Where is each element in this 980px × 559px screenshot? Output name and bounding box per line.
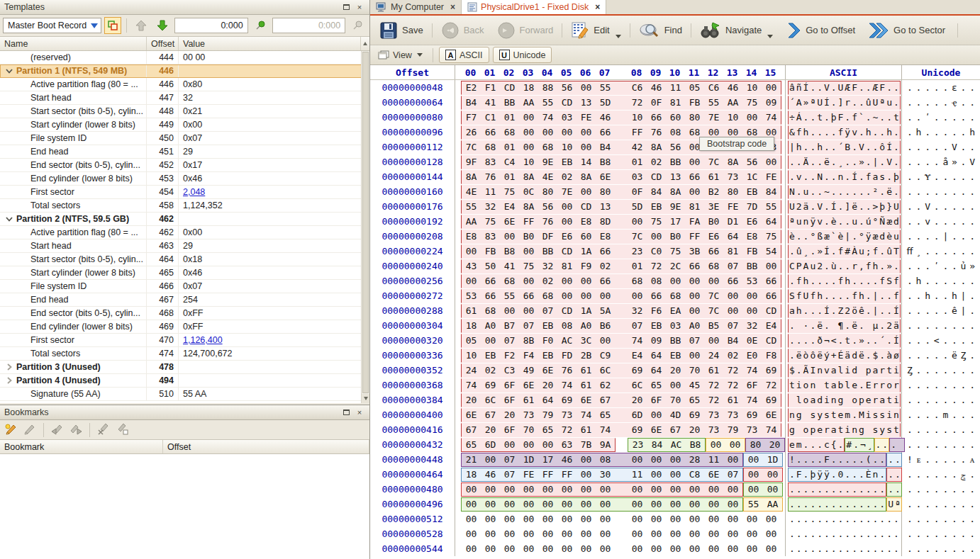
ascii-char[interactable]: 2 <box>796 201 803 212</box>
ascii-char[interactable]: . <box>837 261 845 271</box>
ascii-char[interactable]: n <box>789 410 796 420</box>
unicode-char[interactable]: . <box>932 276 941 286</box>
hex-byte[interactable]: 18 <box>462 320 481 331</box>
ascii-char[interactable]: Ä <box>803 157 810 167</box>
ascii-char[interactable]: 2 <box>844 305 851 316</box>
unicode-char[interactable]: . <box>941 261 950 271</box>
ascii-char[interactable]: . <box>872 127 879 137</box>
hex-byte[interactable]: 68 <box>685 127 704 137</box>
ascii-char[interactable]: A <box>796 97 803 108</box>
unicode-char[interactable]: . <box>923 454 932 465</box>
ascii-char[interactable]: i <box>823 395 830 405</box>
unicode-char[interactable]: . <box>914 231 923 242</box>
hex-byte[interactable]: 64 <box>762 216 781 227</box>
ascii-char[interactable]: U <box>837 82 845 93</box>
ascii-char[interactable]: . <box>865 350 872 361</box>
hex-byte[interactable]: 76 <box>557 365 577 376</box>
ascii-char[interactable]: . <box>796 157 803 167</box>
hex-byte[interactable]: 53 <box>462 290 481 301</box>
unicode-char[interactable]: . <box>923 320 932 331</box>
unicode-char[interactable]: . <box>941 529 950 539</box>
ascii-char[interactable]: u <box>796 216 803 227</box>
hex-byte[interactable]: C6 <box>704 82 723 93</box>
ascii-char[interactable]: . <box>858 320 865 331</box>
hex-byte[interactable]: 72 <box>723 380 742 390</box>
hex-byte[interactable]: 75 <box>519 261 538 271</box>
ascii-char[interactable]: f <box>865 261 872 271</box>
hex-byte[interactable]: 64 <box>647 365 666 376</box>
ascii-char[interactable]: r <box>844 97 851 108</box>
unicode-char[interactable]: . <box>923 410 932 420</box>
ascii-char[interactable]: . <box>816 439 823 450</box>
hex-byte[interactable]: F9 <box>577 261 596 271</box>
ascii-char[interactable]: > <box>872 201 879 212</box>
ascii-char[interactable]: u <box>858 246 865 256</box>
ascii-char[interactable]: . <box>886 335 893 346</box>
unicode-char[interactable]: . <box>968 395 977 405</box>
ascii-char[interactable]: h <box>803 127 810 137</box>
ascii-char[interactable]: ¶ <box>837 320 845 331</box>
ascii-char[interactable]: N <box>789 186 796 197</box>
hex-byte[interactable]: 01 <box>500 112 519 123</box>
ascii-char[interactable]: t <box>886 395 893 405</box>
hex-byte[interactable]: 66 <box>519 290 538 301</box>
hex-byte[interactable]: 00 <box>685 529 704 539</box>
ascii-char[interactable]: . <box>837 543 845 554</box>
ascii-char[interactable]: . <box>893 97 900 108</box>
unicode-char[interactable]: . <box>968 142 977 152</box>
hex-byte[interactable]: 10 <box>723 112 742 123</box>
ascii-char[interactable]: a <box>872 171 879 182</box>
hex-byte[interactable]: 00 <box>666 543 685 554</box>
unicode-char[interactable]: . <box>906 514 915 524</box>
unicode-char[interactable]: . <box>959 514 968 524</box>
hex-byte[interactable]: 73 <box>704 410 723 420</box>
hex-byte[interactable]: 46 <box>647 82 666 93</box>
ascii-char[interactable]: n <box>872 469 879 480</box>
hex-byte[interactable]: E2 <box>462 82 481 93</box>
unicode-char[interactable]: . <box>959 439 968 450</box>
tab-physicaldrive1[interactable]: PhysicalDrive1 - Fixed Disk × <box>461 0 606 14</box>
ascii-char[interactable]: ¸ <box>803 246 810 256</box>
ascii-char[interactable]: . <box>872 142 879 152</box>
unicode-char[interactable]: . <box>906 484 915 495</box>
ascii-char[interactable]: . <box>803 543 810 554</box>
ascii-char[interactable]: . <box>844 186 851 197</box>
unicode-char[interactable]: . <box>941 469 950 480</box>
hex-byte[interactable]: 00 <box>685 276 704 286</box>
ascii-char[interactable]: à <box>886 350 893 361</box>
hex-byte[interactable]: 02 <box>557 171 577 182</box>
hex-byte[interactable]: 07 <box>685 335 704 346</box>
ascii-char[interactable]: . <box>844 171 851 182</box>
hex-byte[interactable]: 00 <box>557 290 577 301</box>
hex-byte[interactable]: 60 <box>666 112 685 123</box>
unicode-char[interactable]: . <box>959 231 968 242</box>
ascii-char[interactable]: . <box>796 231 803 242</box>
hex-byte[interactable]: AC <box>667 439 686 450</box>
hex-byte[interactable]: E8 <box>742 231 762 242</box>
ascii-char[interactable]: ° <box>809 231 816 242</box>
ascii-char[interactable]: â <box>789 82 796 93</box>
unicode-char[interactable]: . <box>959 529 968 539</box>
hex-byte[interactable]: 7B <box>577 439 596 450</box>
hex-byte[interactable]: 00 <box>685 484 704 495</box>
hex-byte[interactable]: 46 <box>557 454 577 465</box>
hex-byte[interactable]: 00 <box>704 276 723 286</box>
hex-byte[interactable]: B8 <box>596 157 615 167</box>
hex-byte[interactable]: FE <box>762 171 781 182</box>
hex-byte[interactable]: 80 <box>685 112 704 123</box>
ascii-char[interactable]: h <box>816 290 823 301</box>
hex-byte[interactable]: 00 <box>557 276 577 286</box>
ascii-char[interactable]: . <box>809 82 816 93</box>
ascii-char[interactable]: è <box>837 231 845 242</box>
hex-byte[interactable]: B8 <box>686 439 705 450</box>
hex-row[interactable]: 000000002886168000007CD1A5A32F6EA007C000… <box>370 303 980 318</box>
unicode-char[interactable]: ʹ <box>932 261 941 271</box>
ascii-char[interactable]: ë <box>796 350 803 361</box>
ascii-char[interactable]: ] <box>837 97 845 108</box>
ascii-char[interactable]: . <box>894 454 901 465</box>
ascii-char[interactable]: ! <box>789 454 796 465</box>
hex-byte[interactable]: 00 <box>519 112 538 123</box>
unicode-char[interactable]: . <box>906 290 915 301</box>
hex-byte[interactable]: 08 <box>596 454 615 465</box>
hex-byte[interactable]: 81 <box>666 97 685 108</box>
